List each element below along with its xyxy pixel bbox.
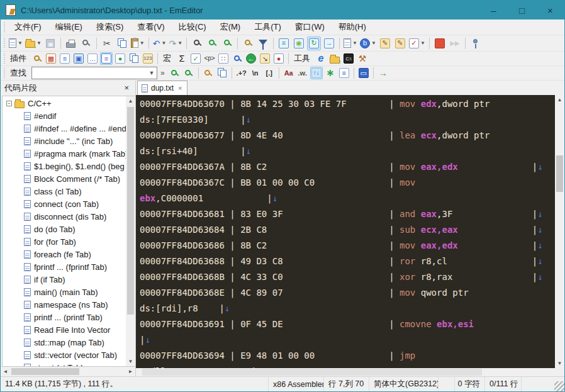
redo-button[interactable]: ↷▼ xyxy=(168,36,183,50)
snippet-item[interactable]: Read File Into Vector xyxy=(3,324,126,337)
snippet-item[interactable]: fprintf ... (fprintf Tab) xyxy=(3,261,126,274)
dropdown-arrow-icon[interactable]: ▼ xyxy=(18,40,23,46)
overflow-chevron-icon[interactable]: » xyxy=(160,69,165,77)
print-button[interactable] xyxy=(64,36,78,50)
fuzzy-toggle[interactable]: ∗ xyxy=(324,67,337,79)
wrap-char-button[interactable]: ↻ xyxy=(307,36,321,50)
maximize-button[interactable]: □ xyxy=(508,1,536,20)
tab-dup-txt[interactable]: dup.txt × xyxy=(137,81,187,95)
editor-text-area[interactable]: 00007FF84DD63670 | 8B 14 25 30 03 FE 7F … xyxy=(136,95,555,368)
snippet-item[interactable]: for (for Tab) xyxy=(3,236,126,249)
scroll-up-icon[interactable]: ▲ xyxy=(126,96,135,106)
cut-button[interactable]: ✂ xyxy=(100,36,114,50)
tab-close-icon[interactable]: × xyxy=(178,84,182,92)
plugin-projects-button[interactable]: ▣ xyxy=(72,52,85,65)
plugin-outline-button[interactable]: ≡ xyxy=(59,52,71,65)
wrap-none-button[interactable]: ≡ xyxy=(277,36,291,50)
menu-item-6[interactable]: 工具(T) xyxy=(247,20,288,33)
undo-button[interactable]: ↶▼ xyxy=(152,36,167,50)
quick-macro-button[interactable]: ✎ xyxy=(378,36,392,50)
editor-vertical-scrollbar[interactable]: ▲ ▼ xyxy=(555,95,564,368)
dropdown-arrow-icon[interactable]: ▼ xyxy=(177,40,182,46)
snippet-item[interactable]: $1.begin(), $1.end() (beg Tab) xyxy=(3,160,126,173)
plugin-snippets-button[interactable]: ≡ xyxy=(100,52,113,65)
dropdown-arrow-icon[interactable]: ▼ xyxy=(371,40,376,46)
find-combobox[interactable]: ▼ xyxy=(31,67,157,79)
match-case-toggle[interactable]: Aa xyxy=(282,67,295,79)
macro-sum-button[interactable]: Σ xyxy=(176,52,188,65)
dropdown-arrow-icon[interactable]: ▼ xyxy=(36,40,42,46)
find-input[interactable] xyxy=(32,68,147,78)
incremental-toggle[interactable]: ≡ xyxy=(338,67,350,79)
wrap-page-button[interactable]: → xyxy=(322,36,336,50)
plugin-explorer-button[interactable] xyxy=(31,52,43,65)
snippet-item[interactable]: foreach (fe Tab) xyxy=(3,249,126,261)
dropdown-arrow-icon[interactable]: ▼ xyxy=(420,40,425,46)
editor-scroll-up-icon[interactable]: ▲ xyxy=(555,95,564,104)
menu-item-2[interactable]: 搜索(S) xyxy=(89,20,130,33)
regex-toggle[interactable]: .+? xyxy=(235,67,248,79)
menu-item-1[interactable]: 编辑(E) xyxy=(48,20,89,33)
editor-scroll-down-icon[interactable]: ▼ xyxy=(555,359,564,368)
find-button[interactable] xyxy=(190,36,204,50)
snippet-item[interactable]: do (do Tab) xyxy=(3,223,126,236)
menu-item-7[interactable]: 窗口(W) xyxy=(288,20,332,33)
sidebar-horizontal-scrollbar[interactable]: ◄ ► xyxy=(1,367,135,376)
plugin-wordcomplete-button[interactable] xyxy=(128,52,140,65)
select-macro-button[interactable]: ✓▼ xyxy=(408,36,426,50)
tree-root-c-cpp[interactable]: −C/C++ xyxy=(3,98,126,110)
copy-button[interactable] xyxy=(115,36,129,50)
wrap-window-button[interactable]: ◉ xyxy=(292,36,306,50)
collapse-expander-icon[interactable]: − xyxy=(6,101,12,106)
record-macro-button[interactable] xyxy=(433,36,447,50)
snippet-item[interactable]: std::map (map Tab) xyxy=(3,337,126,349)
snippet-item[interactable]: struct (st Tab) xyxy=(3,362,126,366)
edit-macro-button[interactable]: ✎ xyxy=(393,36,407,50)
highlight-all-button[interactable] xyxy=(202,67,215,79)
status-cursor-position[interactable]: 行 7,列 70 xyxy=(324,377,369,391)
scroll-left-icon[interactable]: ◄ xyxy=(1,367,10,376)
find-next-button[interactable] xyxy=(220,36,234,50)
macro-back-button[interactable]: ← xyxy=(245,52,257,65)
paste-button[interactable]: ▼ xyxy=(130,36,145,50)
tool-cmd-button[interactable]: C:\ xyxy=(342,52,355,65)
dropdown-arrow-icon[interactable]: ▼ xyxy=(162,40,167,46)
plugin-numbering-button[interactable]: 123 xyxy=(142,52,154,65)
escape-toggle[interactable]: \n xyxy=(249,67,262,79)
tool-hammer-button[interactable]: ⚒ xyxy=(356,52,369,65)
find-next-button[interactable] xyxy=(182,67,195,79)
snippet-item[interactable]: #ifndef ... #define ... #endif xyxy=(3,123,126,135)
menu-item-4[interactable]: 比较(C) xyxy=(172,20,213,33)
macro-colors-button[interactable]: ∷ xyxy=(217,52,230,65)
pin-button[interactable] xyxy=(469,36,483,50)
scroll-down-icon[interactable]: ▼ xyxy=(126,357,135,366)
snippet-item[interactable]: #pragma mark (mark Tab) xyxy=(3,148,126,160)
tool-browser-button[interactable]: e xyxy=(315,52,327,65)
macro-tag-button[interactable]: <p> xyxy=(203,52,216,65)
scroll-right-icon[interactable]: ► xyxy=(126,367,135,376)
snippet-item[interactable]: std::vector (vector Tab) xyxy=(3,349,126,362)
save-button[interactable] xyxy=(43,36,57,50)
find-in-files-button[interactable] xyxy=(241,36,255,50)
extract-all-button[interactable] xyxy=(216,67,228,79)
minimize-button[interactable]: – xyxy=(479,1,508,20)
new-file-button[interactable]: ▼ xyxy=(8,36,23,50)
menu-item-8[interactable]: 帮助(H) xyxy=(332,20,373,33)
next-document-button[interactable]: → xyxy=(377,67,389,79)
snippet-item[interactable]: disconnect (dis Tab) xyxy=(3,211,126,223)
menu-item-5[interactable]: 宏(M) xyxy=(213,20,248,33)
tool-folder-button[interactable]: ↑ xyxy=(328,52,341,65)
snippet-item[interactable]: main() (main Tab) xyxy=(3,286,126,299)
snippet-item[interactable]: class (cl Tab) xyxy=(3,186,126,198)
loop-search-toggle[interactable]: ↑↓ xyxy=(310,67,323,79)
bracket-toggle[interactable]: [.] xyxy=(263,67,276,79)
snippet-item[interactable]: if (if Tab) xyxy=(3,274,126,286)
print-preview-button[interactable] xyxy=(79,36,93,50)
menu-item-3[interactable]: 查看(V) xyxy=(130,20,171,33)
plugin-webpreview-button[interactable]: ● xyxy=(114,52,126,65)
resize-grip[interactable] xyxy=(554,381,564,391)
editor-horizontal-scrollbar[interactable] xyxy=(136,368,564,376)
find-previous-button[interactable] xyxy=(205,36,219,50)
sidebar-close-icon[interactable]: × xyxy=(121,83,131,92)
dropdown-arrow-icon[interactable]: ▼ xyxy=(140,40,145,46)
